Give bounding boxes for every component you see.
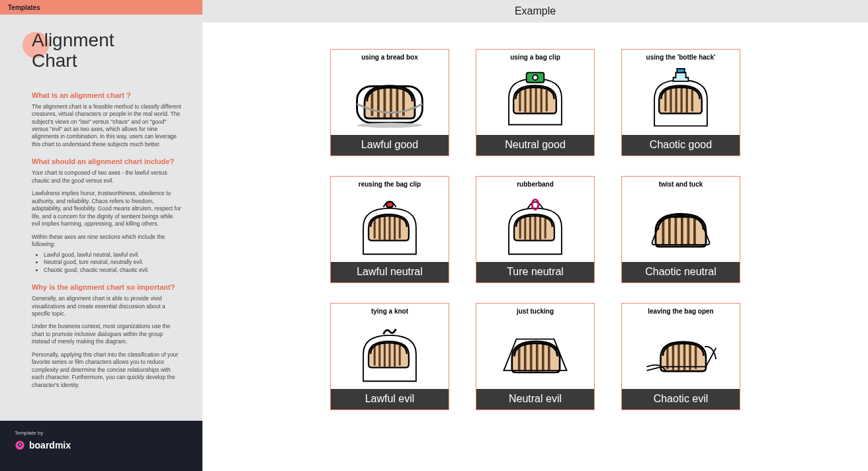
- section-text: Under the business context, most organiz…: [32, 323, 181, 345]
- list-item: Neutral good, ture neutral, neutrally ev…: [44, 259, 181, 266]
- footer-brand-name: boardmix: [29, 440, 71, 450]
- section-text: Personally, applying this chart into the…: [32, 351, 181, 389]
- cell-neutral-good: using a bag clip Neutral good: [476, 49, 595, 156]
- alignment-grid: using a bread box Lawful good using a ba…: [330, 49, 740, 410]
- cell-lawful-evil: tying a knot Lawful evil: [330, 303, 449, 410]
- cell-lawful-neutral: reusing the bag clip Lawful neutral: [330, 176, 449, 283]
- main-area: Example using a b: [202, 0, 868, 471]
- section-text: Lawfulness implies honor, trustworthines…: [32, 190, 181, 228]
- svg-point-2: [357, 122, 423, 128]
- sidebar-footer: Template by boardmix: [0, 421, 202, 471]
- main-header: Example: [202, 0, 868, 22]
- footer-byline: Template by: [15, 430, 188, 436]
- cell-true-neutral: rubberband Ture neutral: [476, 176, 595, 283]
- cell-label: Lawful good: [331, 135, 449, 155]
- reuse-clip-icon: [331, 189, 449, 262]
- cell-caption: just tucking: [476, 304, 594, 316]
- sidebar-content: What is an alignment chart ? The alignme…: [0, 78, 202, 421]
- section-text: Within these axes are nine sections whic…: [32, 234, 181, 249]
- cell-chaotic-neutral: twist and tuck Chaotic neutral: [621, 176, 740, 283]
- cell-caption: using the 'bottle hack': [622, 50, 740, 62]
- cell-caption: leaving the bag open: [622, 304, 740, 316]
- cell-label: Chaotic neutral: [622, 262, 740, 282]
- cell-label: Neutral evil: [476, 389, 594, 409]
- section-text: Your chart is composed of two axes - the…: [32, 169, 181, 185]
- cell-label: Lawful neutral: [331, 262, 449, 282]
- cell-label: Ture neutral: [476, 262, 594, 282]
- sidebar: Templates Alignment Chart What is an ali…: [0, 0, 202, 471]
- tucking-icon: [476, 316, 594, 389]
- section-list: Lawful good, lawful neutral, lawful evil…: [32, 251, 181, 274]
- cell-caption: rubberband: [476, 177, 594, 189]
- cell-chaotic-good: using the 'bottle hack' Chaotic good: [621, 49, 740, 156]
- cell-caption: using a bag clip: [476, 50, 594, 62]
- bread-box-icon: [331, 62, 449, 135]
- svg-point-4: [533, 75, 538, 80]
- bottle-hack-icon: [622, 62, 740, 135]
- cell-chaotic-evil: leaving the bag open Chaotic evil: [621, 303, 740, 410]
- cell-caption: twist and tuck: [622, 177, 740, 189]
- cell-label: Neutral good: [476, 135, 594, 155]
- rubberband-icon: [476, 189, 594, 262]
- cell-label: Chaotic good: [622, 135, 740, 155]
- footer-brand[interactable]: boardmix: [15, 440, 188, 450]
- boardmix-logo-icon: [15, 440, 25, 450]
- sidebar-tab-bar: Templates: [0, 0, 202, 15]
- list-item: Lawful good, lawful neutral, lawful evil…: [44, 251, 181, 259]
- canvas: using a bread box Lawful good using a ba…: [202, 22, 868, 471]
- bag-clip-icon: [476, 62, 594, 135]
- svg-rect-6: [386, 202, 393, 207]
- open-bag-icon: [622, 316, 740, 389]
- tab-templates[interactable]: Templates: [0, 4, 48, 11]
- cell-neutral-evil: just tucking Neutral evil: [476, 303, 595, 410]
- cell-label: Chaotic evil: [622, 389, 740, 409]
- cell-label: Lawful evil: [331, 389, 449, 409]
- svg-rect-5: [677, 68, 684, 72]
- section-heading-why: Why is the alignment chart so important?: [32, 283, 181, 291]
- section-heading-what-is: What is an alignment chart ?: [32, 91, 181, 99]
- svg-point-0: [19, 444, 21, 446]
- list-item: Chaotic good, chaotic neutral, chaotic e…: [44, 267, 181, 274]
- main-title: Example: [515, 5, 556, 17]
- section-text: The alignment chart is a feasible method…: [32, 103, 181, 149]
- section-heading-include: What should an alignment chart include?: [32, 157, 181, 165]
- section-text: Generally, an alignment chart is able to…: [32, 295, 181, 318]
- cell-caption: using a bread box: [331, 50, 449, 62]
- page-title: Alignment Chart: [32, 30, 202, 71]
- cell-lawful-good: using a bread box Lawful good: [330, 49, 449, 156]
- twist-tuck-icon: [622, 189, 740, 262]
- cell-caption: reusing the bag clip: [331, 177, 449, 189]
- knot-icon: [331, 316, 449, 389]
- cell-caption: tying a knot: [331, 304, 449, 316]
- sidebar-title-block: Alignment Chart: [0, 15, 202, 78]
